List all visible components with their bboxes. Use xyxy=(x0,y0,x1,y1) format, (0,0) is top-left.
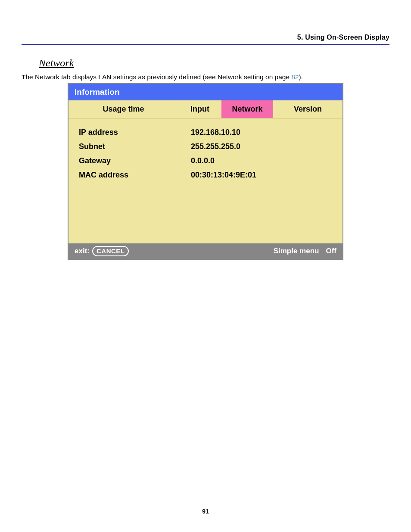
intro-text-post: ). xyxy=(299,73,303,81)
label-subnet: Subnet xyxy=(79,142,191,151)
simple-menu-label: Simple menu xyxy=(274,247,319,255)
value-gateway: 0.0.0.0 xyxy=(191,156,332,165)
label-gateway: Gateway xyxy=(79,156,191,165)
osd-footer: exit: CANCEL Simple menu Off xyxy=(68,243,342,259)
row-mac: MAC address 00:30:13:04:9E:01 xyxy=(79,168,332,182)
page-link[interactable]: 82 xyxy=(291,73,299,81)
osd-window: Information Usage time Input Network Ver… xyxy=(68,83,343,260)
tab-version[interactable]: Version xyxy=(273,100,342,118)
value-subnet: 255.255.255.0 xyxy=(191,142,332,151)
osd-title: Information xyxy=(68,84,342,100)
exit-block: exit: CANCEL xyxy=(75,246,129,256)
document-page: 5. Using On-Screen Display Network The N… xyxy=(0,0,411,532)
label-mac: MAC address xyxy=(79,171,191,180)
simple-menu-value: Off xyxy=(326,247,336,255)
chapter-header: 5. Using On-Screen Display xyxy=(22,34,389,45)
cancel-button[interactable]: CANCEL xyxy=(92,246,129,256)
row-gateway: Gateway 0.0.0.0 xyxy=(79,154,332,168)
section-title: Network xyxy=(39,57,74,69)
osd-body: IP address 192.168.10.10 Subnet 255.255.… xyxy=(68,118,342,243)
osd-tab-bar: Usage time Input Network Version xyxy=(68,100,342,118)
value-mac: 00:30:13:04:9E:01 xyxy=(191,171,332,180)
tab-usage-time[interactable]: Usage time xyxy=(68,100,178,118)
row-subnet: Subnet 255.255.255.0 xyxy=(79,140,332,154)
page-number: 91 xyxy=(0,508,411,515)
row-ip: IP address 192.168.10.10 xyxy=(79,125,332,140)
value-ip: 192.168.10.10 xyxy=(191,128,332,137)
exit-label: exit: xyxy=(75,247,90,255)
intro-text-pre: The Network tab displays LAN settings as… xyxy=(22,73,291,81)
label-ip: IP address xyxy=(79,128,191,137)
tab-network[interactable]: Network xyxy=(221,100,273,118)
tab-input[interactable]: Input xyxy=(178,100,221,118)
intro-paragraph: The Network tab displays LAN settings as… xyxy=(22,73,389,81)
